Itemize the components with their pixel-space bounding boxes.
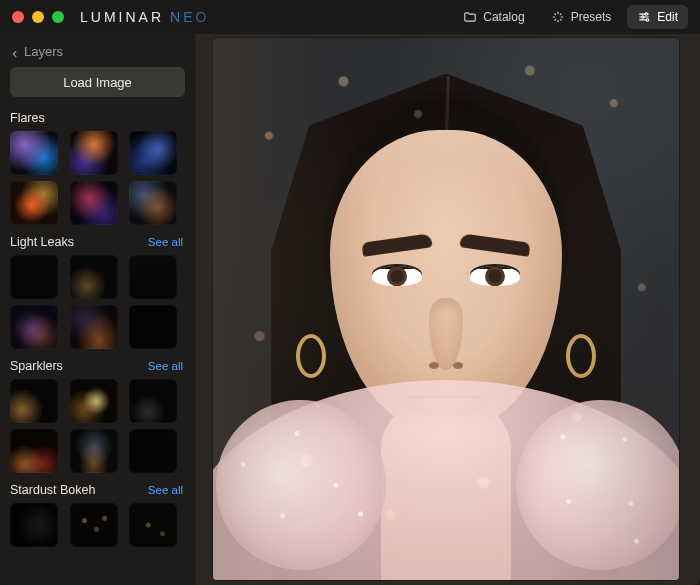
layers-sidebar: Layers Load Image FlaresLight LeaksSee a…	[0, 34, 196, 585]
category-title: Stardust Bokeh	[10, 483, 95, 497]
svg-point-1	[642, 16, 644, 18]
portrait-nose	[429, 298, 463, 370]
overlay-thumbnail[interactable]	[70, 255, 118, 299]
preview-canvas[interactable]	[213, 38, 679, 580]
close-window-button[interactable]	[12, 11, 24, 23]
overlay-thumbnail[interactable]	[129, 131, 177, 175]
catalog-label: Catalog	[483, 10, 524, 24]
edit-label: Edit	[657, 10, 678, 24]
svg-point-2	[647, 19, 649, 21]
overlay-thumbnail[interactable]	[10, 181, 58, 225]
window-controls	[12, 11, 64, 23]
portrait-brow	[361, 233, 432, 257]
portrait-earring	[566, 334, 596, 378]
sparkle-icon	[551, 10, 565, 24]
portrait-nostrils	[425, 362, 467, 372]
category-header: Light LeaksSee all	[10, 235, 183, 249]
category-title: Light Leaks	[10, 235, 74, 249]
overlay-thumbnail[interactable]	[129, 503, 177, 547]
folder-icon	[463, 10, 477, 24]
overlay-thumbnail[interactable]	[10, 255, 58, 299]
svg-point-0	[645, 13, 647, 15]
portrait-eye	[372, 266, 422, 286]
overlay-thumbnail[interactable]	[10, 429, 58, 473]
titlebar: LUMINAR NEO Catalog Presets Edit	[0, 0, 700, 34]
category-sparklers: SparklersSee all	[10, 359, 183, 473]
overlay-thumbnail[interactable]	[10, 503, 58, 547]
category-header: Stardust BokehSee all	[10, 483, 183, 497]
load-image-button[interactable]: Load Image	[10, 67, 185, 97]
overlay-thumbnail[interactable]	[10, 131, 58, 175]
overlay-thumbnail[interactable]	[129, 305, 177, 349]
back-to-layers[interactable]: Layers	[10, 42, 185, 67]
thumbnail-grid	[10, 255, 183, 349]
overlay-thumbnail[interactable]	[129, 429, 177, 473]
minimize-window-button[interactable]	[32, 11, 44, 23]
app-body: Layers Load Image FlaresLight LeaksSee a…	[0, 34, 700, 585]
thumbnail-grid	[10, 503, 183, 547]
overlay-thumbnail[interactable]	[70, 429, 118, 473]
overlay-thumbnail[interactable]	[129, 379, 177, 423]
portrait-eye	[470, 266, 520, 286]
brand-primary: LUMINAR	[80, 9, 164, 25]
preview-area	[196, 34, 700, 585]
presets-tab[interactable]: Presets	[541, 5, 622, 29]
category-title: Flares	[10, 111, 45, 125]
sliders-icon	[637, 10, 651, 24]
app-window: LUMINAR NEO Catalog Presets Edit	[0, 0, 700, 585]
see-all-link[interactable]: See all	[148, 484, 183, 496]
overlay-thumbnail[interactable]	[70, 503, 118, 547]
see-all-link[interactable]: See all	[148, 360, 183, 372]
thumbnail-grid	[10, 131, 183, 225]
app-brand: LUMINAR NEO	[80, 9, 209, 25]
overlay-thumbnail[interactable]	[70, 305, 118, 349]
edit-tab[interactable]: Edit	[627, 5, 688, 29]
category-header: SparklersSee all	[10, 359, 183, 373]
category-header: Flares	[10, 111, 183, 125]
thumbnail-grid	[10, 379, 183, 473]
presets-label: Presets	[571, 10, 612, 24]
see-all-link[interactable]: See all	[148, 236, 183, 248]
category-flares: Flares	[10, 111, 183, 225]
overlay-thumbnail[interactable]	[129, 255, 177, 299]
category-stardust-bokeh: Stardust BokehSee all	[10, 483, 183, 547]
overlay-thumbnail[interactable]	[70, 379, 118, 423]
back-label: Layers	[24, 44, 63, 59]
top-actions: Catalog Presets Edit	[453, 5, 688, 29]
overlay-thumbnail[interactable]	[129, 181, 177, 225]
overlay-thumbnail[interactable]	[10, 379, 58, 423]
catalog-tab[interactable]: Catalog	[453, 5, 534, 29]
overlay-thumbnail[interactable]	[10, 305, 58, 349]
overlay-thumbnail[interactable]	[70, 131, 118, 175]
portrait-earring	[296, 334, 326, 378]
brand-secondary: NEO	[170, 9, 209, 25]
zoom-window-button[interactable]	[52, 11, 64, 23]
chevron-left-icon	[10, 47, 20, 57]
category-title: Sparklers	[10, 359, 63, 373]
portrait-brow	[459, 233, 530, 257]
category-light-leaks: Light LeaksSee all	[10, 235, 183, 349]
overlay-thumbnail[interactable]	[70, 181, 118, 225]
overlay-categories-scroll[interactable]: FlaresLight LeaksSee allSparklersSee all…	[10, 107, 185, 575]
